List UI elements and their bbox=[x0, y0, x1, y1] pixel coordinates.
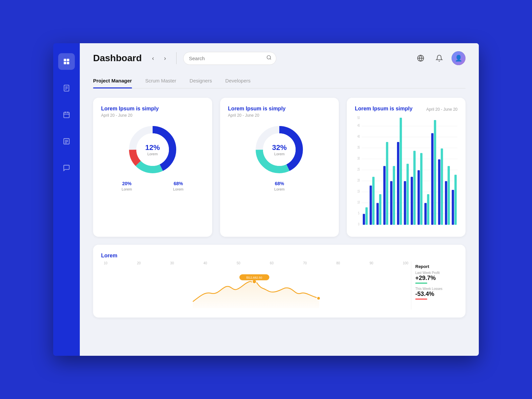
donut-card-2: Lorem Ipsum is simply April 20 - June 20 bbox=[220, 98, 339, 237]
svg-rect-66 bbox=[418, 170, 420, 225]
report-title: Report bbox=[415, 264, 454, 269]
donut1-legends: 20% Lorem 68% Lorem bbox=[101, 181, 204, 191]
bar-chart-area: 0 5 10 15 20 25 30 35 40 45 50 bbox=[355, 116, 458, 229]
donut2-title: Lorem Ipsum is simply bbox=[228, 106, 331, 112]
sidebar-item-dashboard[interactable] bbox=[58, 53, 75, 70]
svg-rect-76 bbox=[452, 190, 454, 225]
globe-button[interactable] bbox=[414, 52, 427, 65]
svg-rect-51 bbox=[365, 207, 368, 225]
svg-point-81 bbox=[317, 297, 320, 300]
line-chart-svg-wrapper: 10 20 30 40 50 60 70 80 90 100 bbox=[101, 261, 411, 310]
donut1-center-label: Lorem bbox=[145, 152, 160, 156]
svg-rect-2 bbox=[64, 62, 66, 64]
svg-rect-54 bbox=[376, 203, 379, 225]
svg-rect-69 bbox=[427, 194, 430, 225]
svg-rect-50 bbox=[363, 214, 365, 225]
svg-text:25: 25 bbox=[357, 167, 360, 171]
svg-rect-71 bbox=[434, 120, 436, 225]
svg-rect-60 bbox=[397, 142, 399, 225]
line-chart-card: Lorem 10 20 30 40 50 60 70 bbox=[93, 245, 466, 318]
donut2-center-pct: 32% bbox=[272, 143, 287, 152]
avatar[interactable]: 👤 bbox=[452, 51, 466, 65]
search-input[interactable] bbox=[183, 52, 276, 65]
header: Dashboard ‹ › 👤 bbox=[80, 43, 479, 73]
svg-rect-3 bbox=[67, 62, 69, 64]
profit-indicator bbox=[415, 283, 427, 284]
svg-rect-67 bbox=[420, 153, 423, 225]
svg-rect-65 bbox=[413, 151, 416, 225]
donut-card-1: Lorem Ipsum is simply April 20 - June 20 bbox=[93, 98, 212, 237]
sidebar-item-calendar[interactable] bbox=[58, 106, 75, 123]
svg-rect-63 bbox=[407, 164, 409, 225]
donut1-title: Lorem Ipsum is simply bbox=[101, 106, 204, 112]
svg-text:30: 30 bbox=[357, 156, 360, 160]
this-week-label: This Week Losses bbox=[415, 287, 454, 291]
content-area: Project Manager Scrum Master Designers D… bbox=[80, 73, 479, 356]
donut2-chart: 32% Lorem bbox=[253, 123, 306, 176]
svg-rect-72 bbox=[438, 159, 441, 225]
svg-rect-64 bbox=[411, 177, 413, 225]
donut1-center-pct: 12% bbox=[145, 143, 160, 152]
donut1-chart: 12% Lorem bbox=[126, 123, 179, 176]
forward-button[interactable]: › bbox=[160, 54, 170, 63]
svg-rect-68 bbox=[424, 203, 427, 225]
svg-rect-74 bbox=[445, 181, 447, 225]
header-right: 👤 bbox=[414, 51, 466, 65]
notification-button[interactable] bbox=[433, 52, 446, 65]
svg-text:10: 10 bbox=[357, 200, 360, 204]
sidebar-item-tasks[interactable] bbox=[58, 133, 75, 150]
svg-rect-61 bbox=[400, 118, 402, 225]
nav-buttons: ‹ › bbox=[148, 54, 170, 63]
svg-line-17 bbox=[270, 59, 271, 60]
avatar-image: 👤 bbox=[452, 51, 466, 65]
svg-rect-70 bbox=[431, 133, 434, 225]
tab-designers[interactable]: Designers bbox=[190, 73, 212, 88]
donut2-legends: 68% Lorem bbox=[228, 181, 331, 191]
svg-text:₪12,682.50: ₪12,682.50 bbox=[246, 276, 262, 279]
tab-project-manager[interactable]: Project Manager bbox=[93, 73, 132, 88]
x-axis-labels: 10 20 30 40 50 60 70 80 90 100 bbox=[101, 261, 411, 265]
this-week-value: -53.4% bbox=[415, 291, 454, 298]
svg-rect-1 bbox=[67, 59, 69, 61]
bar-chart-card: Lorem Ipsum is simply April 20 - June 20… bbox=[347, 98, 466, 237]
sidebar-item-reports[interactable] bbox=[58, 80, 75, 96]
line-chart-area: 10 20 30 40 50 60 70 80 90 100 bbox=[101, 261, 458, 310]
sidebar bbox=[53, 43, 80, 356]
tab-scrum-master[interactable]: Scrum Master bbox=[145, 73, 176, 88]
svg-text:20: 20 bbox=[357, 178, 360, 182]
svg-text:45: 45 bbox=[357, 123, 360, 127]
search-wrapper bbox=[183, 52, 276, 65]
legend-item-68b: 68% Lorem bbox=[274, 181, 285, 191]
back-button[interactable]: ‹ bbox=[148, 54, 158, 63]
donut2-subtitle: April 20 - June 20 bbox=[228, 113, 331, 118]
last-week-label: Last Week Profit bbox=[415, 271, 454, 275]
legend-item-20: 20% Lorem bbox=[122, 181, 132, 191]
main-content: Dashboard ‹ › 👤 bbox=[80, 43, 479, 356]
svg-rect-57 bbox=[386, 142, 388, 225]
svg-rect-73 bbox=[441, 148, 443, 225]
donut1-center: 12% Lorem bbox=[145, 143, 160, 156]
svg-rect-62 bbox=[404, 181, 406, 225]
svg-rect-55 bbox=[379, 194, 381, 225]
svg-text:35: 35 bbox=[357, 145, 360, 149]
donut2-center-label: Lorem bbox=[272, 152, 287, 156]
line-svg: ₪12,682.50 bbox=[101, 265, 411, 308]
svg-text:0: 0 bbox=[358, 222, 359, 226]
loss-indicator bbox=[415, 299, 427, 300]
bar-chart-title: Lorem Ipsum is simply bbox=[355, 106, 412, 112]
svg-rect-77 bbox=[455, 175, 457, 225]
bar-chart-svg: 0 5 10 15 20 25 30 35 40 45 50 bbox=[355, 116, 458, 229]
last-week-value: +29.7% bbox=[415, 275, 454, 282]
page-title: Dashboard bbox=[93, 53, 142, 64]
svg-rect-52 bbox=[370, 186, 372, 225]
svg-text:40: 40 bbox=[357, 134, 360, 138]
legend-item-68: 68% Lorem bbox=[173, 181, 184, 191]
svg-rect-58 bbox=[390, 181, 393, 225]
donut2-center: 32% Lorem bbox=[272, 143, 287, 156]
svg-rect-56 bbox=[383, 166, 386, 225]
tabs: Project Manager Scrum Master Designers D… bbox=[93, 73, 466, 88]
tab-developers[interactable]: Developers bbox=[225, 73, 251, 88]
sidebar-item-messages[interactable] bbox=[58, 160, 75, 176]
report-panel: Report Last Week Profit +29.7% This Week… bbox=[411, 261, 458, 310]
svg-text:15: 15 bbox=[357, 189, 360, 193]
